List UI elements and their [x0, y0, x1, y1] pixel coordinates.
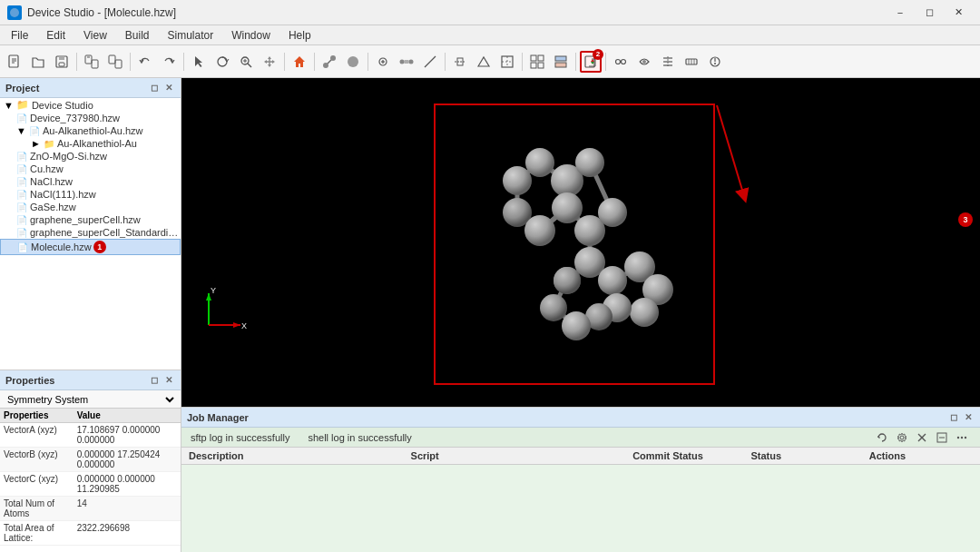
tree-item-file6[interactable]: 📄 GaSe.hzw [0, 201, 181, 213]
prop-name: Total Area ofLattice: [0, 521, 74, 546]
measure-button[interactable] [419, 51, 441, 73]
tree-item-file5[interactable]: 📄 NaCl(111).hzw [0, 188, 181, 201]
project-restore-icon[interactable]: ◻ [148, 82, 161, 94]
file-icon: 📄 [16, 113, 27, 123]
svg-point-89 [503, 166, 532, 195]
project-panel: Project ◻ ✕ ▼ 📁 Device Studio 📄 Device_7… [0, 78, 181, 370]
jm-label: Job Manager [187, 412, 249, 423]
menu-edit[interactable]: Edit [39, 27, 73, 44]
jm-table-header: Description Script Commit Status Status … [181, 448, 980, 465]
save-button[interactable] [51, 51, 73, 73]
jm-clear-button[interactable] [913, 429, 931, 447]
tool-btn-1[interactable] [610, 51, 632, 73]
menu-window[interactable]: Window [224, 27, 278, 44]
viewport[interactable]: 3 [181, 78, 980, 407]
sep7 [445, 53, 446, 71]
tree-item-molecule[interactable]: 📄 Molecule.hzw 1 [0, 239, 181, 255]
menu-help[interactable]: Help [281, 27, 318, 44]
props-row: VectorB (xyz) 0.000000 17.2504240.000000 [0, 448, 181, 472]
col-actions: Actions [862, 448, 980, 464]
tree-item-file7[interactable]: 📄 graphene_superCell.hzw [0, 213, 181, 226]
menu-build[interactable]: Build [118, 27, 157, 44]
svg-point-110 [900, 436, 904, 439]
tree-item-file2[interactable]: 📄 ZnO-MgO-Si.hzw [0, 150, 181, 163]
new-button[interactable] [4, 51, 25, 73]
minimize-button[interactable]: − [886, 0, 915, 25]
export-structure-button[interactable]: 2 [580, 51, 602, 73]
col-commit-status: Commit Status [625, 448, 743, 464]
svg-point-116 [961, 436, 963, 438]
spacefill-button[interactable] [342, 51, 364, 73]
pan-button[interactable] [259, 51, 280, 73]
zoom-button[interactable] [235, 51, 257, 73]
menu-simulator[interactable]: Simulator [161, 27, 221, 44]
axes-indicator: Y X [200, 284, 250, 334]
tree-item-file1[interactable]: 📄 Device_737980.hzw [0, 112, 181, 124]
interface-button[interactable] [550, 51, 572, 73]
jm-restore-icon[interactable]: ◻ [947, 411, 960, 424]
tool-btn-5[interactable] [704, 51, 726, 73]
sep3 [183, 53, 184, 71]
menu-file[interactable]: File [4, 27, 35, 44]
prop-value: 17.108697 0.0000000.000000 [74, 423, 181, 448]
tree-item-file8[interactable]: 📄 graphene_superCell_StandardizeC... [0, 226, 181, 239]
jm-header: Job Manager ◻ ✕ [181, 408, 980, 428]
project-panel-header: Project ◻ ✕ [0, 78, 181, 98]
main-layout: Project ◻ ✕ ▼ 📁 Device Studio 📄 Device_7… [0, 78, 980, 552]
slice-button[interactable] [473, 51, 495, 73]
job-manager: Job Manager ◻ ✕ sftp log in successfully… [181, 407, 980, 552]
supercell-button[interactable] [526, 51, 548, 73]
props-close-icon[interactable]: ✕ [162, 374, 175, 387]
svg-point-94 [598, 198, 627, 227]
file-icon: 📄 [16, 190, 27, 200]
tree-item-root[interactable]: ▼ 📁 Device Studio [0, 98, 181, 112]
close-button[interactable]: ✕ [944, 0, 973, 25]
menu-view[interactable]: View [76, 27, 114, 44]
tool-btn-3[interactable] [657, 51, 679, 73]
shell-status: shell log in successfully [308, 432, 411, 443]
tree-item-file3[interactable]: 📄 Cu.hzw [0, 163, 181, 175]
tree-item-folder1[interactable]: ▼ 📄 Au-Alkanethiol-Au.hzw [0, 124, 181, 137]
undo-button[interactable] [134, 51, 156, 73]
svg-rect-12 [115, 60, 122, 68]
symmetry-dropdown[interactable]: Symmetry System [4, 393, 177, 406]
props-row: VectorC (xyz) 0.000000 0.00000011.290985 [0, 472, 181, 497]
prop-name: VectorA (xyz) [0, 423, 74, 448]
export-button[interactable] [104, 51, 126, 73]
import-button[interactable] [81, 51, 103, 73]
prop-value: 14 [74, 497, 181, 521]
tool-btn-4[interactable] [681, 51, 702, 73]
props-restore-icon[interactable]: ◻ [148, 374, 161, 387]
ball-stick-button[interactable] [318, 51, 340, 73]
restore-button[interactable]: ◻ [915, 0, 944, 25]
cut-button[interactable] [449, 51, 471, 73]
file-icon: 📄 [16, 228, 27, 238]
home-button[interactable] [289, 51, 310, 73]
add-atom-button[interactable] [372, 51, 394, 73]
file-icon: 📄 [16, 164, 27, 174]
jm-settings-button[interactable] [893, 429, 911, 447]
jm-more-button[interactable] [953, 429, 971, 447]
svg-rect-8 [85, 55, 92, 64]
select-button[interactable] [188, 51, 210, 73]
redo-button[interactable] [158, 51, 180, 73]
svg-point-96 [598, 266, 627, 295]
tree-item-subfolder1[interactable]: ► 📁 Au-Alkanethiol-Au [0, 137, 181, 150]
open-button[interactable] [27, 51, 49, 73]
jm-close-icon[interactable]: ✕ [962, 411, 975, 424]
svg-point-103 [562, 311, 591, 340]
jm-refresh-button[interactable] [873, 429, 891, 447]
left-panel: Project ◻ ✕ ▼ 📁 Device Studio 📄 Device_7… [0, 78, 181, 552]
tree-item-label: Cu.hzw [30, 163, 64, 174]
tree-item-file4[interactable]: 📄 NaCl.hzw [0, 175, 181, 188]
jm-expand-button[interactable] [933, 429, 951, 447]
svg-rect-36 [531, 55, 536, 61]
file-icon: 📄 [16, 202, 27, 212]
rotate-button[interactable] [211, 51, 233, 73]
svg-rect-7 [59, 63, 64, 66]
tool-btn-2[interactable] [633, 51, 655, 73]
bond-button[interactable] [396, 51, 417, 73]
props-dropdown[interactable]: Symmetry System [0, 390, 181, 409]
cell-button[interactable] [496, 51, 518, 73]
project-close-icon[interactable]: ✕ [162, 82, 175, 94]
